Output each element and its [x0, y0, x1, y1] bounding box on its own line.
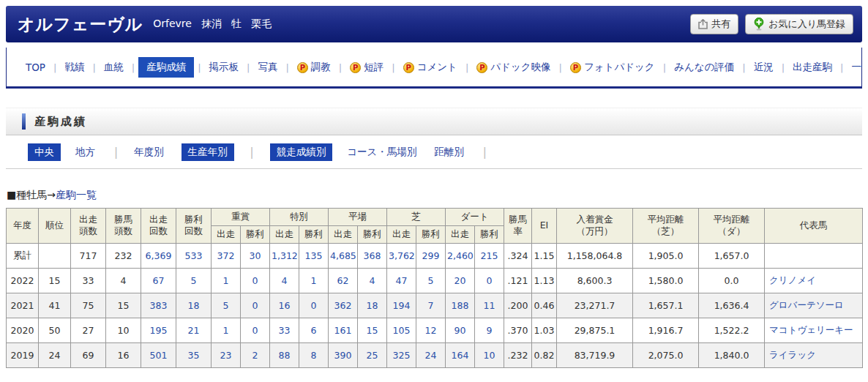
table-cell-link[interactable]: 5	[223, 300, 229, 311]
table-cell: 10	[475, 342, 504, 367]
table-cell-link[interactable]: 7	[428, 300, 434, 311]
nav-item[interactable]: 写真	[253, 58, 282, 77]
table-cell-link[interactable]: 35	[188, 350, 200, 361]
table-cell: 1,636.4	[699, 293, 765, 318]
table-cell-link[interactable]: 0	[252, 275, 258, 286]
offspring-list-link[interactable]: 産駒一覧	[56, 189, 97, 201]
table-cell-link[interactable]: 188	[452, 300, 469, 311]
filter-item[interactable]: 競走成績別	[270, 143, 333, 161]
nav-item-label: TOP	[26, 61, 45, 73]
table-cell-link[interactable]: 533	[185, 250, 203, 261]
table-cell-link[interactable]: 1	[223, 325, 229, 336]
nav-item[interactable]: みんなの評価	[670, 58, 738, 77]
table-cell: 24	[39, 342, 71, 367]
table-cell-link[interactable]: マコトヴェリーキー	[769, 324, 853, 335]
table-cell-link[interactable]: 105	[393, 325, 411, 336]
table-cell-link[interactable]: 0	[487, 275, 493, 286]
nav-item[interactable]: 一口	[848, 58, 863, 77]
table-cell-link[interactable]: 15	[367, 325, 378, 336]
table-cell-link[interactable]: 6	[311, 325, 317, 336]
table-cell-link[interactable]: 6,369	[146, 250, 172, 261]
table-cell-link[interactable]: 33	[279, 325, 291, 336]
table-cell-link[interactable]: 25	[367, 350, 378, 361]
table-cell-link[interactable]: 161	[334, 325, 352, 336]
favorite-horse-button[interactable]: お気に入り馬登録	[745, 14, 853, 34]
table-cell-link[interactable]: 8	[311, 350, 317, 361]
table-cell-link[interactable]: 5	[191, 275, 197, 286]
nav-item[interactable]: Pコメント	[399, 58, 462, 77]
table-cell-link[interactable]: 362	[334, 300, 352, 311]
nav-item[interactable]: 戦績	[60, 58, 89, 77]
filter-item[interactable]: 地方	[75, 146, 95, 159]
table-cell-link[interactable]: 67	[153, 275, 165, 286]
nav-item[interactable]: P調教	[293, 58, 335, 77]
table-cell-link[interactable]: 194	[393, 300, 411, 311]
nav-item[interactable]: 近況	[749, 58, 778, 77]
table-cell-link[interactable]: 299	[422, 250, 440, 261]
table-cell-link[interactable]: 5	[428, 275, 434, 286]
table-cell: 383	[141, 293, 176, 318]
table-cell-link[interactable]: 1	[311, 275, 317, 286]
table-cell-link[interactable]: 9	[487, 325, 493, 336]
table-cell-link[interactable]: 23	[220, 350, 232, 361]
nav-item[interactable]: 血統	[100, 58, 128, 77]
nav-item[interactable]: P短評	[345, 58, 388, 77]
table-cell-link[interactable]: 501	[150, 350, 168, 361]
table-cell-link[interactable]: 390	[334, 350, 352, 361]
filter-item[interactable]: 年度別	[134, 146, 164, 159]
table-row: 2021417515383185016036218194718811.2000.…	[7, 293, 863, 318]
table-cell-link[interactable]: 88	[279, 350, 291, 361]
table-cell-link[interactable]: グロバーテソーロ	[769, 299, 844, 310]
table-cell-link[interactable]: 16	[279, 300, 291, 311]
table-cell-link[interactable]: 18	[188, 300, 200, 311]
nav-item[interactable]: 産駒成績	[138, 57, 194, 78]
table-row: 202050271019521103361611510512909.3701.0…	[7, 318, 863, 342]
filter-item[interactable]: 中央	[28, 143, 61, 161]
table-cell-link[interactable]: 164	[452, 350, 469, 361]
nav-item-label: コメント	[417, 61, 457, 74]
table-cell-link[interactable]: 11	[484, 300, 495, 311]
table-cell-link[interactable]: 4	[370, 275, 375, 286]
table-cell-link[interactable]: 20	[454, 275, 466, 286]
table-cell-link[interactable]: 2,460	[447, 250, 474, 261]
table-cell-link[interactable]: ライラック	[769, 349, 816, 360]
table-cell-link[interactable]: 215	[481, 250, 498, 261]
table-cell-link[interactable]: 0	[252, 325, 258, 336]
table-cell-link[interactable]: 18	[367, 300, 378, 311]
table-cell: マコトヴェリーキー	[765, 318, 863, 342]
table-cell-link[interactable]: 135	[305, 250, 323, 261]
table-cell-link[interactable]: 3,762	[389, 250, 415, 261]
table-cell-link[interactable]: 4	[282, 275, 288, 286]
table-cell-link[interactable]: 24	[425, 350, 437, 361]
table-cell-link[interactable]: 372	[217, 250, 235, 261]
table-cell-link[interactable]: 12	[425, 325, 437, 336]
filter-item[interactable]: コース・馬場別	[347, 146, 416, 159]
table-cell-link[interactable]: 90	[454, 325, 466, 336]
nav-item[interactable]: Pパドック映像	[472, 58, 555, 77]
nav-item[interactable]: TOP	[21, 59, 50, 76]
table-cell-link[interactable]: クリノメイ	[769, 274, 816, 285]
table-cell-link[interactable]: 1	[223, 275, 229, 286]
table-cell-link[interactable]: 0	[252, 300, 258, 311]
table-cell-link[interactable]: 0	[311, 300, 317, 311]
share-button[interactable]: 共有	[690, 14, 738, 34]
filter-item[interactable]: 距離別	[434, 146, 464, 159]
table-cell-link[interactable]: 30	[250, 250, 261, 261]
nav-item[interactable]: Pフォトパドック	[566, 58, 659, 77]
table-cell-link[interactable]: 10	[484, 350, 495, 361]
table-cell-link[interactable]: 47	[396, 275, 408, 286]
table-cell-link[interactable]: 62	[337, 275, 349, 286]
table-cell-link[interactable]: 368	[364, 250, 381, 261]
table-cell-link[interactable]: 383	[150, 300, 168, 311]
table-cell-link[interactable]: 4,685	[330, 250, 356, 261]
table-cell: 16	[106, 342, 141, 367]
table-cell-link[interactable]: 2	[252, 350, 258, 361]
nav-item-label: 出走産駒	[793, 61, 832, 74]
table-cell-link[interactable]: 21	[188, 325, 200, 336]
filter-item[interactable]: 生産年別	[182, 143, 234, 161]
table-cell-link[interactable]: 195	[150, 325, 168, 336]
table-cell-link[interactable]: 325	[393, 350, 411, 361]
nav-item[interactable]: 掲示板	[205, 58, 244, 77]
nav-item[interactable]: 出走産駒	[788, 58, 837, 77]
table-cell-link[interactable]: 1,312	[272, 250, 298, 261]
